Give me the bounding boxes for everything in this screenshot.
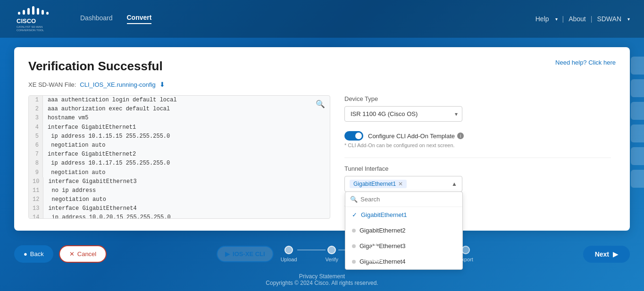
code-line: 3hostname vm5 (29, 114, 330, 123)
step-line-2 (338, 249, 367, 250)
line-number: 13 (29, 204, 43, 213)
code-panel: 🔍 1aaa authentication login default loca… (28, 95, 330, 219)
line-code: no ip address (43, 186, 100, 195)
line-code: ip address 10.0.20.15 255.255.255.0 (43, 213, 175, 218)
line-code: interface GigabitEthernet1 (43, 123, 141, 132)
footer-left: ● Back ✕ Cancel (14, 245, 107, 263)
nav-help[interactable]: Help (535, 15, 549, 23)
code-line: 12 negotiation auto (29, 195, 330, 204)
navbar-right: Help ▾ | About | SDWAN ▾ (535, 15, 630, 23)
check-icon: ✓ (352, 211, 357, 218)
code-line: 4interface GigabitEthernet1 (29, 123, 330, 132)
line-code: aaa authorization exec default local (43, 105, 175, 114)
line-number: 6 (29, 141, 43, 150)
line-number: 5 (29, 132, 43, 141)
download-icon[interactable]: ⬇ (159, 81, 165, 88)
file-name: CLI_IOS_XE.running-config (80, 81, 155, 88)
step-upload: Upload (281, 246, 297, 262)
dropdown-search: 🔍 (345, 192, 462, 207)
line-number: 3 (29, 114, 43, 123)
line-code: interface GigabitEthernet4 (43, 204, 141, 213)
cancel-icon: ✕ (69, 250, 75, 258)
help-link[interactable]: Need help? Click here (555, 59, 616, 66)
tunnel-tag-close[interactable]: ✕ (398, 181, 403, 187)
line-code: hostname vm5 (43, 114, 93, 123)
step-line-3 (384, 249, 412, 250)
dropdown-item-ge2-label: GigabitEthernet2 (360, 227, 406, 234)
nav-sdwan[interactable]: SDWAN (597, 15, 621, 23)
step-export: Export (458, 246, 473, 262)
main-card: Verification Successful Need help? Click… (14, 47, 630, 231)
help-dropdown-arrow[interactable]: ▾ (555, 17, 558, 22)
dropdown-item-ge1[interactable]: ✓ GigabitEthernet1 (345, 207, 462, 223)
dropdown-item-ge2[interactable]: GigabitEthernet2 (345, 223, 462, 238)
privacy-link[interactable]: Privacy Statement (5, 273, 639, 280)
dropdown-item-ge1-label: GigabitEthernet1 (361, 211, 407, 218)
code-line: 7interface GigabitEthernet2 (29, 150, 330, 159)
code-search-icon[interactable]: 🔍 (316, 100, 325, 108)
step-convert-label: Convert (412, 257, 430, 262)
cancel-label: Cancel (77, 250, 96, 258)
cancel-button[interactable]: ✕ Cancel (59, 245, 107, 263)
config-panel: Device Type ISR 1100 4G (Cisco OS) ▾ Con… (340, 95, 616, 219)
code-content[interactable]: 1aaa authentication login default local2… (29, 96, 330, 218)
code-line: 13interface GigabitEthernet4 (29, 204, 330, 213)
step-modify-label: Modify (367, 257, 383, 263)
dot-icon (352, 229, 356, 233)
step-export-label: Export (458, 257, 473, 262)
svg-rect-4 (23, 10, 25, 15)
svg-text:CISCO: CISCO (17, 17, 36, 25)
line-code: ip address 10.1.17.15 255.255.255.0 (43, 159, 175, 168)
step-upload-label: Upload (281, 257, 297, 262)
nav-links: Dashboard Convert (80, 14, 535, 24)
svg-text:CATALYST SD-WAN: CATALYST SD-WAN (17, 25, 42, 28)
tunnel-selected-tag: GigabitEthernet1 ✕ (350, 180, 407, 188)
svg-rect-3 (42, 10, 44, 15)
step-modify-circle (370, 245, 380, 255)
cli-addon-toggle[interactable] (344, 131, 363, 141)
step-convert: Convert (412, 246, 430, 262)
logo: CISCO CATALYST SD-WAN CONVERSION TOOL (14, 5, 57, 33)
wizard-footer: ● Back ✕ Cancel ▶ IOS-XE CLI Upload Veri… (0, 245, 644, 263)
nav-convert[interactable]: Convert (127, 14, 152, 24)
device-type-label: Device Type (344, 95, 611, 102)
card-body: 🔍 1aaa authentication login default loca… (28, 95, 616, 219)
line-code: ip address 10.1.15.15 255.255.255.0 (43, 132, 175, 141)
tunnel-dropdown-arrow[interactable]: ▲ (452, 181, 457, 187)
back-button[interactable]: ● Back (14, 245, 53, 263)
nav-dashboard[interactable]: Dashboard (80, 14, 113, 24)
sdwan-dropdown-arrow[interactable]: ▾ (627, 17, 630, 22)
tunnel-select-header[interactable]: GigabitEthernet1 ✕ ▲ (345, 176, 462, 191)
code-line: 5 ip address 10.1.15.15 255.255.255.0 (29, 132, 330, 141)
step-export-circle (461, 246, 470, 254)
step-line-4 (430, 249, 458, 250)
info-icon[interactable]: i (457, 133, 464, 139)
line-number: 12 (29, 195, 43, 204)
cli-addon-group: Configure CLI Add-On Template i * CLI Ad… (344, 131, 611, 148)
code-line: 2aaa authorization exec default local (29, 105, 330, 114)
step-verify-label: Verify (326, 257, 339, 262)
tunnel-selected-value: GigabitEthernet1 (353, 181, 396, 187)
ios-xe-badge: ▶ IOS-XE CLI (217, 246, 274, 262)
page-title: Verification Successful (28, 59, 163, 74)
line-code: interface GigabitEthernet2 (43, 150, 141, 159)
step-upload-circle (284, 246, 293, 254)
line-number: 11 (29, 186, 43, 195)
file-info: XE SD-WAN File: CLI_IOS_XE.running-confi… (28, 81, 616, 88)
device-type-select[interactable]: ISR 1100 4G (Cisco OS) (344, 106, 462, 122)
tunnel-label: Tunnel Interface (344, 165, 611, 172)
svg-rect-2 (27, 8, 30, 15)
page-footer: Privacy Statement Copyrights © 2024 Cisc… (0, 268, 644, 291)
divider (344, 158, 611, 158)
back-label: Back (30, 250, 44, 258)
svg-rect-5 (46, 12, 49, 15)
tunnel-select-box[interactable]: GigabitEthernet1 ✕ ▲ 🔍 (344, 176, 462, 192)
line-number: 7 (29, 150, 43, 159)
svg-rect-1 (37, 8, 39, 15)
device-type-group: Device Type ISR 1100 4G (Cisco OS) ▾ (344, 95, 611, 122)
nav-about[interactable]: About (569, 15, 586, 23)
line-number: 1 (29, 96, 43, 105)
next-button[interactable]: Next ▶ (583, 246, 630, 263)
dropdown-search-input[interactable] (360, 196, 458, 203)
copyright-text: Copyrights © 2024 Cisco. All rights rese… (5, 280, 639, 286)
